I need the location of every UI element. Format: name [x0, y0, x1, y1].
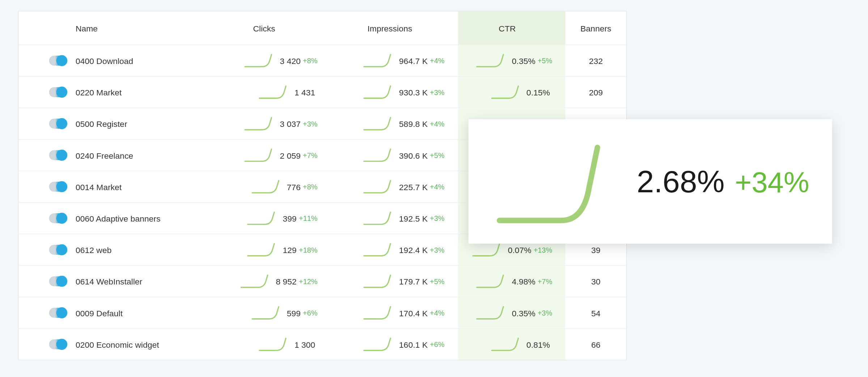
clicks-delta: +3% — [303, 120, 317, 128]
table-row[interactable]: 0400 Download3 420+8%964.7 K+4%0.35%+5%2… — [19, 44, 626, 76]
impressions-delta: +4% — [430, 309, 444, 317]
row-toggle[interactable] — [49, 308, 67, 318]
row-toggle[interactable] — [49, 213, 67, 223]
sparkline-icon — [490, 337, 521, 352]
col-name[interactable]: Name — [71, 12, 207, 45]
ctr-value: 0.07% — [508, 245, 531, 254]
impressions-value: 192.5 K — [399, 214, 427, 223]
sparkline-icon — [251, 179, 281, 194]
banners-value: 232 — [589, 56, 603, 65]
impressions-value: 930.3 K — [399, 87, 427, 97]
ctr-value: 0.15% — [527, 87, 550, 97]
row-toggle[interactable] — [49, 339, 67, 350]
row-toggle[interactable] — [49, 276, 67, 286]
row-name: 0060 Adaptive banners — [76, 214, 161, 223]
col-impressions[interactable]: Impressions — [331, 12, 458, 45]
sparkline-icon — [363, 337, 393, 352]
sparkline-icon — [363, 179, 393, 194]
sparkline-icon — [363, 147, 393, 163]
row-name: 0220 Market — [76, 87, 122, 97]
col-ctr[interactable]: CTR — [458, 12, 566, 45]
sparkline-icon — [363, 53, 393, 68]
sparkline-icon — [247, 242, 277, 258]
row-name: 0009 Default — [76, 308, 123, 317]
clicks-delta: +8% — [303, 183, 317, 191]
sparkline-icon — [251, 305, 281, 321]
callout-value: 2.68% — [637, 164, 725, 199]
table-row[interactable]: 0614 WebInstaller8 952+12%179.7 K+5%4.98… — [19, 265, 626, 297]
impressions-delta: +5% — [430, 277, 444, 286]
banners-value: 66 — [591, 340, 601, 349]
impressions-delta: +4% — [430, 120, 444, 128]
sparkline-icon — [476, 274, 506, 289]
impressions-value: 589.8 K — [399, 119, 427, 128]
sparkline-icon — [363, 116, 393, 132]
ctr-value: 0.81% — [527, 340, 550, 349]
clicks-delta: +11% — [299, 214, 317, 222]
sparkline-icon — [363, 84, 393, 100]
sparkline-icon — [244, 116, 274, 132]
col-banners[interactable]: Banners — [566, 12, 626, 45]
ctr-value: 0.35% — [512, 308, 535, 317]
impressions-delta: +3% — [430, 88, 444, 96]
sparkline-icon — [476, 53, 506, 68]
clicks-value: 776 — [287, 182, 301, 192]
col-clicks[interactable]: Clicks — [207, 12, 331, 45]
banners-value: 39 — [591, 245, 601, 254]
sparkline-icon — [490, 84, 521, 100]
clicks-value: 3 037 — [280, 119, 301, 128]
clicks-value: 3 420 — [280, 56, 301, 65]
sparkline-icon — [259, 337, 289, 352]
sparkline-icon — [244, 53, 274, 68]
sparkline-icon — [363, 305, 393, 321]
row-toggle[interactable] — [49, 150, 67, 160]
banners-value: 30 — [591, 277, 601, 286]
clicks-value: 2 059 — [280, 150, 301, 160]
row-name: 0612 web — [76, 245, 112, 254]
impressions-value: 225.7 K — [399, 182, 427, 192]
ctr-delta: +3% — [537, 309, 552, 317]
clicks-delta: +18% — [299, 245, 317, 254]
sparkline-icon — [247, 210, 277, 226]
sparkline-icon — [363, 210, 393, 226]
table-row[interactable]: 0200 Economic widget1 300160.1 K+6%0.81%… — [19, 328, 626, 360]
impressions-value: 170.4 K — [399, 308, 427, 317]
impressions-value: 964.7 K — [399, 56, 427, 65]
row-name: 0240 Freelance — [76, 150, 133, 160]
sparkline-icon — [259, 84, 289, 100]
row-toggle[interactable] — [49, 119, 67, 129]
row-toggle[interactable] — [49, 87, 67, 97]
banners-value: 209 — [589, 87, 603, 97]
row-name: 0014 Market — [76, 182, 122, 192]
ctr-callout: 2.68% +34% — [468, 119, 832, 244]
sparkline-icon — [240, 274, 270, 289]
sparkline-icon — [472, 242, 502, 258]
impressions-delta: +4% — [430, 56, 444, 65]
row-name: 0614 WebInstaller — [76, 277, 142, 286]
impressions-delta: +6% — [430, 340, 444, 348]
clicks-delta: +8% — [303, 56, 317, 65]
ctr-value: 0.35% — [512, 56, 535, 65]
sparkline-icon — [244, 147, 274, 163]
ctr-delta: +13% — [533, 245, 552, 254]
row-toggle[interactable] — [49, 56, 67, 66]
clicks-value: 1 300 — [294, 340, 315, 349]
impressions-value: 160.1 K — [399, 340, 427, 349]
banners-value: 54 — [591, 308, 601, 317]
table-row[interactable]: 0220 Market1 431930.3 K+3%0.15%209 — [19, 76, 626, 108]
impressions-delta: +3% — [430, 245, 444, 254]
sparkline-icon — [495, 137, 611, 226]
table-row[interactable]: 0009 Default599+6%170.4 K+4%0.35%+3%54 — [19, 297, 626, 328]
ctr-delta: +7% — [537, 277, 552, 286]
row-toggle[interactable] — [49, 245, 67, 255]
clicks-value: 1 431 — [294, 87, 315, 97]
clicks-value: 129 — [283, 245, 297, 254]
row-toggle[interactable] — [49, 182, 67, 192]
impressions-delta: +5% — [430, 151, 444, 159]
clicks-delta: +12% — [299, 277, 317, 286]
impressions-value: 390.6 K — [399, 150, 427, 160]
sparkline-icon — [363, 242, 393, 258]
impressions-value: 192.4 K — [399, 245, 427, 254]
callout-delta: +34% — [735, 166, 809, 198]
clicks-delta: +7% — [303, 151, 317, 159]
